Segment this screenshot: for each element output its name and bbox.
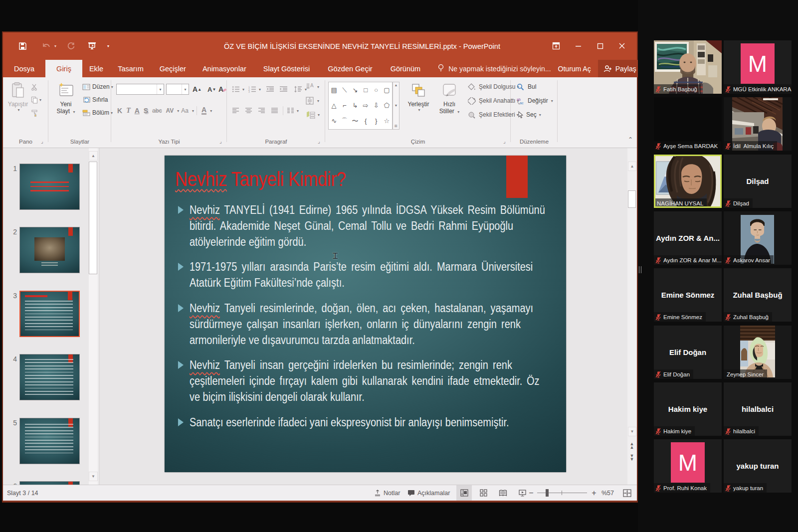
cizim-dialog-launcher-icon[interactable]: ⌟ <box>503 139 508 144</box>
minimize-icon[interactable] <box>567 38 589 53</box>
participant-tile-9[interactable]: Emine Sönmez Emine Sönmez <box>654 268 722 322</box>
increase-indent-icon[interactable] <box>279 86 288 93</box>
slide-sorter-icon[interactable] <box>476 485 491 501</box>
participant-tile-14[interactable]: hilalbalci hilalbalci <box>724 382 792 436</box>
find-label[interactable]: Bul <box>528 83 536 90</box>
paste-button[interactable]: Yapıştır ▾ <box>4 79 31 112</box>
freeform-shape-shape-icon[interactable]: ⬠ <box>382 98 392 113</box>
previous-slide-icon[interactable]: ▲▲ <box>627 442 636 449</box>
tab-giriş[interactable]: Giriş <box>45 60 82 77</box>
collapse-ribbon-icon[interactable]: ⌃ <box>628 136 633 143</box>
justify-icon[interactable] <box>271 107 278 114</box>
notes-button[interactable]: Notlar <box>374 485 400 501</box>
layout-button[interactable]: Düzen ▾ <box>82 81 113 92</box>
participant-tile-5[interactable]: NAGİHAN UYSAL <box>654 155 722 208</box>
tab-tasarım[interactable]: Tasarım <box>110 60 151 77</box>
cut-button[interactable] <box>31 81 38 92</box>
align-center-icon[interactable] <box>245 107 252 114</box>
participant-tile-7[interactable]: Aydın ZOR & An... Aydın ZOR & Anar M... <box>654 211 722 265</box>
tab-gözden-geçir[interactable]: Gözden Geçir <box>319 60 381 77</box>
align-text-icon[interactable] <box>306 97 315 105</box>
undo-dropdown-icon[interactable]: ▾ <box>54 44 56 48</box>
panel-drag-handle[interactable] <box>639 266 641 273</box>
thumbnail-scroll-up-icon[interactable]: ▲ <box>89 151 98 161</box>
convert-to-smartart-icon[interactable] <box>306 111 315 119</box>
slide-scroll-down-icon[interactable]: ▼ <box>628 427 636 436</box>
italic-button[interactable]: T <box>126 107 131 115</box>
right-arrow-shape-icon[interactable]: ⇨ <box>360 98 371 113</box>
strikethrough-button[interactable]: abc <box>152 107 162 114</box>
oval-shape-icon[interactable]: ○ <box>371 82 382 98</box>
thumbnail-scrollbar[interactable]: ▲ ▼ <box>89 148 98 485</box>
align-right-icon[interactable] <box>258 107 265 114</box>
comments-button[interactable]: Açıklamalar <box>407 485 450 501</box>
replace-label[interactable]: Değiştir <box>528 97 548 104</box>
line-shape-icon[interactable]: ⟍ <box>339 82 350 98</box>
slide-scroll-up-icon[interactable]: ▲ <box>628 162 636 171</box>
curve-shape-icon[interactable]: 〜 <box>350 113 360 129</box>
text-shadow-button[interactable]: S <box>144 107 148 115</box>
shapes-scroll-up-icon[interactable]: ▲ <box>395 83 398 87</box>
shape-fill-label[interactable]: Şekil Dolgusu <box>479 83 515 90</box>
participant-tile-3[interactable]: Ayşe Sema BARDAK <box>654 97 722 151</box>
rounded-rectangle-shape-icon[interactable]: ▢ <box>382 82 392 98</box>
zoom-percentage[interactable]: %57 <box>601 485 614 501</box>
participant-tile-11[interactable]: Elif Doğan Elif Doğan <box>654 326 722 379</box>
close-icon[interactable] <box>611 38 633 53</box>
tab-geçişler[interactable]: Geçişler <box>151 60 195 77</box>
participant-tile-2[interactable]: M MGÜ Etkinlik ANKARA <box>724 40 792 94</box>
rectangle-shape-icon[interactable]: □ <box>360 82 371 98</box>
slide-scrollbar[interactable]: ▲ ▼ ▲▲ ▼▼ <box>627 148 637 485</box>
customize-qat-icon[interactable]: ▾ <box>107 44 109 48</box>
down-arrow-shape-icon[interactable]: ⇩ <box>371 98 382 113</box>
numbering-icon[interactable]: 123 <box>248 86 256 93</box>
elbow-arrow-connector-shape-icon[interactable]: ↳ <box>350 98 360 113</box>
arrow-shape-icon[interactable]: ↘ <box>350 82 360 98</box>
columns-icon[interactable] <box>287 107 294 114</box>
font-name-dropdown-icon[interactable]: ▾ <box>157 84 164 94</box>
tab-animasyonlar[interactable]: Animasyonlar <box>195 60 254 77</box>
shape-outline-label[interactable]: Şekil Anahattı <box>479 97 515 104</box>
paragraf-dialog-launcher-icon[interactable]: ⌟ <box>318 139 323 144</box>
reading-view-icon[interactable] <box>495 485 511 501</box>
left-brace-shape-icon[interactable]: { <box>360 113 371 129</box>
quick-styles-button[interactable]: Hızlı Stiller ▾ <box>435 79 464 115</box>
font-size-dropdown-icon[interactable]: ▾ <box>182 84 189 94</box>
reset-button[interactable]: Sıfırla <box>82 94 108 105</box>
pano-dialog-launcher-icon[interactable]: ⌟ <box>41 139 46 144</box>
undo-icon[interactable] <box>40 39 53 52</box>
elbow-connector-shape-icon[interactable]: ⌐ <box>339 98 350 113</box>
font-name-combobox[interactable]: ▾ <box>116 84 164 95</box>
participant-tile-4[interactable]: İdil Almula Kılıç <box>724 97 792 151</box>
save-icon[interactable] <box>16 39 29 52</box>
tab-görünüm[interactable]: Görünüm <box>382 60 429 77</box>
normal-view-icon[interactable] <box>456 485 472 501</box>
character-spacing-button[interactable]: AV <box>166 107 174 114</box>
slide-scrollbar-thumb[interactable] <box>628 190 636 208</box>
new-slide-button[interactable]: Yeni Slayt ▾ <box>52 79 79 115</box>
grow-font-button[interactable]: A▲ <box>193 84 201 95</box>
tab-ekle[interactable]: Ekle <box>82 60 110 77</box>
copy-button[interactable]: ▾ <box>31 94 41 105</box>
participant-tile-15[interactable]: M Prof. Ruhi Konak <box>654 439 722 493</box>
section-button[interactable]: Bölüm ▾ <box>82 107 113 118</box>
triangle-shape-icon[interactable]: △ <box>329 98 339 113</box>
participant-tile-16[interactable]: yakup turan yakup turan <box>724 439 792 493</box>
clear-formatting-button[interactable]: A <box>218 84 227 95</box>
bullets-icon[interactable] <box>232 86 240 93</box>
zoom-out-icon[interactable]: − <box>526 485 537 501</box>
align-left-icon[interactable] <box>232 107 239 114</box>
participant-tile-8[interactable]: Askarov Ansar <box>724 211 792 265</box>
next-slide-icon[interactable]: ▼▼ <box>627 454 636 461</box>
participant-tile-1[interactable]: Fatih Başbuğ <box>654 40 722 94</box>
font-color-button[interactable]: A <box>201 107 206 115</box>
format-painter-button[interactable] <box>31 107 38 118</box>
decrease-indent-icon[interactable] <box>266 86 274 93</box>
participant-tile-13[interactable]: Hakim kiye Hakim kiye <box>654 382 722 436</box>
line-spacing-icon[interactable] <box>294 86 302 93</box>
select-label[interactable]: Seç <box>526 111 537 118</box>
redo-icon[interactable] <box>64 39 77 52</box>
shapes-gallery[interactable]: ▤⟍↘□○▢△⌐↳⇨⇩⬠∿⌒〜{}☆ <box>328 82 393 130</box>
yazi-tipi-dialog-launcher-icon[interactable]: ⌟ <box>219 139 224 144</box>
tab-dosya[interactable]: Dosya <box>3 60 45 77</box>
